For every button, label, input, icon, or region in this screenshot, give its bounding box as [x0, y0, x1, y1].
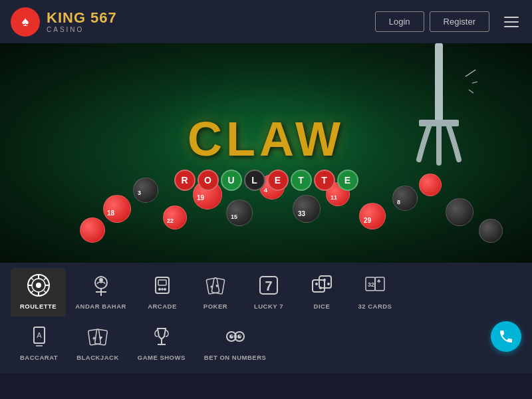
arcade-icon [150, 273, 174, 300]
ball-number-2: 3 [138, 190, 141, 196]
lucky-7-icon: 7 [257, 273, 281, 300]
roulette-icon [27, 273, 51, 300]
svg-point-34 [315, 283, 318, 285]
category-poker[interactable]: ♠ ♥ POKER [189, 268, 242, 317]
roulette-letter-u-2: U [221, 170, 242, 191]
ball-number-4: 19 [197, 194, 204, 201]
claw-arm-icon [399, 43, 479, 176]
logo-text-area: KING 567 CASINO [47, 10, 117, 33]
category-roulette[interactable]: ROULETTE [11, 268, 66, 317]
header: ♠ KING 567 CASINO Login Register [0, 0, 532, 43]
svg-rect-0 [435, 43, 443, 123]
roulette-letter-l-3: L [244, 170, 265, 191]
svg-point-7 [36, 283, 41, 288]
hamburger-line-1 [504, 17, 519, 18]
category-bet-on-numbers[interactable]: BET ON NUMBERS [195, 319, 276, 368]
category-game-shows[interactable]: GAME SHOWS [128, 319, 195, 368]
ball-black-6 [479, 219, 503, 243]
poker-label: POKER [203, 303, 227, 310]
roulette-letter-e-4: E [267, 170, 289, 191]
ball-red-8 [80, 217, 105, 243]
svg-point-23 [164, 288, 166, 291]
logo-title: KING 567 [47, 10, 117, 26]
ball-black-5 [446, 198, 473, 226]
svg-line-3 [472, 82, 477, 83]
hero-banner: CLAW ROULETTE 18 3 22 19 15 4 33 11 29 8 [0, 43, 532, 263]
roulette-letter-r-0: R [174, 170, 196, 191]
ball-number-10: 8 [397, 199, 400, 205]
hamburger-button[interactable] [501, 14, 521, 30]
svg-line-2 [466, 70, 475, 76]
svg-line-4 [469, 90, 473, 93]
logo-subtitle: CASINO [47, 26, 117, 33]
ball-number-8: 11 [331, 194, 337, 201]
baccarat-label: BACCARAT [20, 354, 58, 361]
logo-area: ♠ KING 567 CASINO [11, 7, 117, 37]
blackjack-label: BLACKJACK [76, 354, 119, 361]
svg-point-54 [229, 334, 233, 338]
ball-black-2 [226, 200, 253, 226]
ball-number-1: 18 [107, 209, 114, 217]
roulette-letter-e-7: E [337, 170, 358, 191]
ball-number-3: 22 [167, 217, 174, 224]
category-andar-bahar[interactable]: ANDAR BAHAR [66, 268, 136, 317]
header-buttons: Login Register [375, 11, 521, 32]
baccarat-icon: A [27, 325, 51, 351]
svg-point-37 [327, 283, 330, 285]
32-cards-icon: 32 ♣ [363, 273, 387, 300]
dice-icon [310, 273, 334, 300]
phone-button[interactable] [491, 321, 521, 352]
register-button[interactable]: Register [430, 11, 489, 32]
ball-black-3 [293, 195, 321, 223]
ball-red-6 [359, 203, 386, 229]
category-baccarat[interactable]: A BACCARAT [11, 319, 67, 368]
32-cards-label: 32 CARDS [358, 303, 392, 310]
game-shows-label: GAME SHOWS [138, 354, 186, 361]
poker-icon: ♠ ♥ [203, 273, 227, 300]
ball-red-7 [419, 174, 442, 196]
ball-black-1 [133, 178, 158, 203]
svg-point-36 [323, 279, 326, 281]
bet-on-numbers-label: BET ON NUMBERS [204, 354, 267, 361]
svg-point-57 [239, 335, 241, 336]
svg-point-22 [158, 288, 161, 291]
ball-number-9: 29 [364, 217, 371, 224]
ball-number-6: 4 [264, 187, 267, 194]
category-arcade[interactable]: ARCADE [136, 268, 189, 317]
roulette-letter-t-6: T [314, 170, 335, 191]
category-lucky-7[interactable]: 7 LUCKY 7 [242, 268, 295, 317]
svg-text:A: A [37, 331, 42, 339]
blackjack-icon: ♠ ♥ [86, 325, 110, 351]
category-32-cards[interactable]: 32 ♣ 32 CARDS [348, 268, 402, 317]
svg-text:7: 7 [265, 279, 272, 293]
game-shows-icon [150, 325, 174, 351]
roulette-letter-t-5: T [291, 170, 312, 191]
hamburger-line-2 [504, 21, 519, 23]
login-button[interactable]: Login [375, 11, 424, 32]
andar-bahar-icon [89, 273, 113, 300]
logo-icon: ♠ [11, 7, 40, 37]
dice-label: DICE [314, 303, 331, 310]
svg-point-55 [237, 334, 241, 338]
andar-bahar-label: ANDAR BAHAR [75, 303, 126, 310]
hero-content: CLAW ROULETTE [174, 115, 358, 191]
category-blackjack[interactable]: ♠ ♥ BLACKJACK [67, 319, 128, 368]
roulette-label: ROULETTE [20, 303, 57, 310]
arcade-label: ARCADE [148, 303, 177, 310]
bet-on-numbers-icon [223, 325, 247, 351]
svg-text:♣: ♣ [377, 278, 381, 284]
hamburger-line-3 [504, 26, 519, 27]
svg-point-19 [99, 278, 103, 282]
svg-point-56 [231, 335, 233, 336]
category-row-2: A BACCARAT ♠ ♥ BLACKJACK [0, 317, 532, 373]
category-row-1: ROULETTE ANDAR BAHAR [0, 263, 532, 317]
ball-number-5: 15 [231, 213, 237, 220]
category-dice[interactable]: DICE [295, 268, 348, 317]
roulette-letter-o-1: O [198, 170, 219, 191]
lucky-7-label: LUCKY 7 [254, 303, 283, 310]
bottom-area: ROULETTE ANDAR BAHAR [0, 263, 532, 373]
hero-title: CLAW [174, 115, 358, 163]
ball-number-7: 33 [298, 210, 305, 217]
svg-text:♥: ♥ [98, 334, 103, 342]
ball-red-1 [103, 195, 131, 223]
